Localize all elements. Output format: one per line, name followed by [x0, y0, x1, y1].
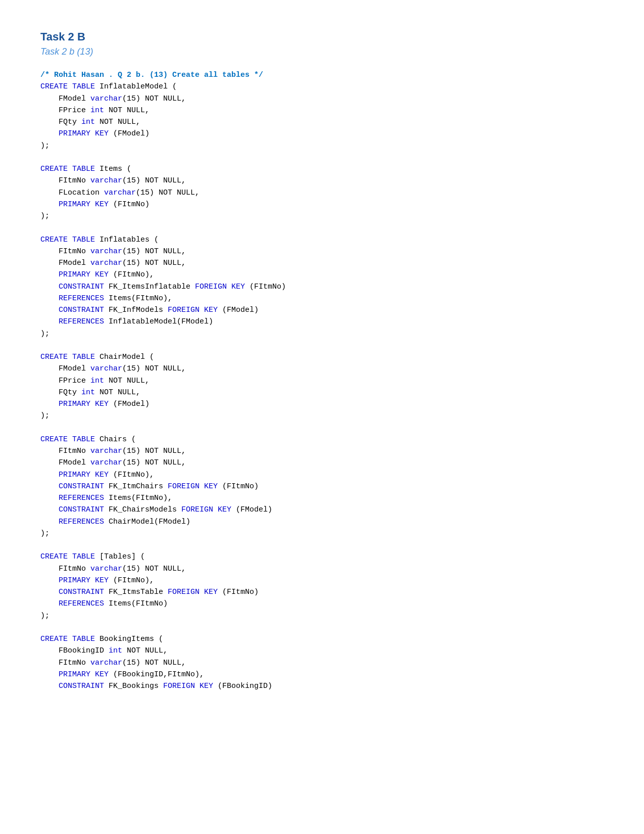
task-subtitle: Task 2 b (13): [40, 47, 604, 57]
task-title: Task 2 B: [40, 30, 604, 43]
code-block: /* Rohit Hasan . Q 2 b. (13) Create all …: [40, 69, 604, 692]
